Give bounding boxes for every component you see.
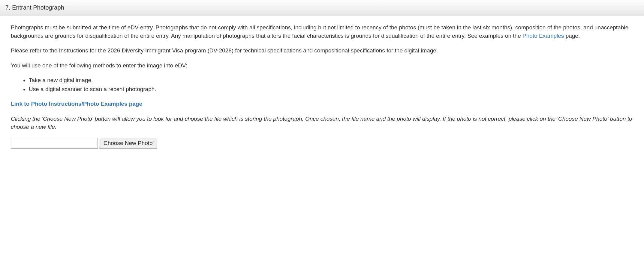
section-content: Photographs must be submitted at the tim…: [0, 16, 644, 158]
section-title: 7. Entrant Photograph: [5, 4, 64, 11]
paragraph-requirements: Photographs must be submitted at the tim…: [11, 23, 633, 40]
methods-list: Take a new digital image. Use a digital …: [11, 76, 633, 93]
list-item: Use a digital scanner to scan a recent p…: [29, 85, 633, 93]
filename-field[interactable]: [11, 138, 98, 149]
photo-instructions-link[interactable]: Link to Photo Instructions/Photo Example…: [11, 100, 142, 108]
choose-new-photo-button[interactable]: Choose New Photo: [99, 138, 157, 149]
paragraph-methods-intro: You will use one of the following method…: [11, 61, 633, 70]
upload-row: Choose New Photo: [11, 138, 633, 149]
list-item: Take a new digital image.: [29, 76, 633, 84]
section-header: 7. Entrant Photograph: [0, 0, 644, 16]
para1-text-b: page.: [564, 33, 580, 39]
upload-hint-note: Clicking the 'Choose New Photo' button w…: [11, 115, 633, 131]
paragraph-instructions-ref: Please refer to the Instructions for the…: [11, 46, 633, 55]
photo-examples-link[interactable]: Photo Examples: [522, 33, 564, 39]
